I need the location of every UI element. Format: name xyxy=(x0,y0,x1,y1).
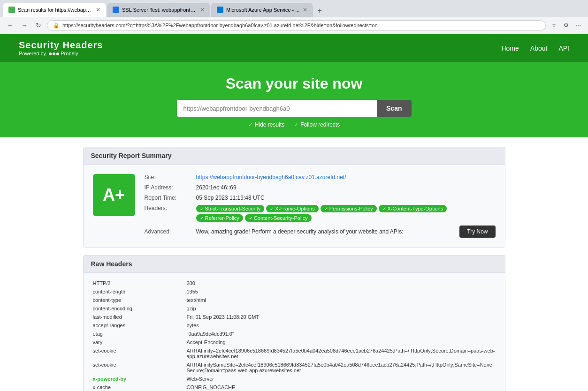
headers-row: Headers: ✓ Strict-Transport-Security✓ X-… xyxy=(145,205,496,222)
summary-info: Site: https://webappfrontdoor-byendbagh6… xyxy=(145,174,496,238)
tab-title-2: SSL Server Test: webappfrontdo... xyxy=(122,7,197,13)
raw-header-row: accept-rangesbytes xyxy=(93,323,496,328)
logo-area: Security Headers Powered by Probely xyxy=(19,40,103,56)
hero-section: Scan your site now Scan ✓ Hide results ✓… xyxy=(0,62,588,137)
raw-header-key: x-powered-by xyxy=(93,376,187,382)
browser-action-buttons: ☆ ⚙ ⋯ xyxy=(549,20,583,30)
scan-button[interactable]: Scan xyxy=(377,100,411,117)
tab-close-3[interactable]: ✕ xyxy=(303,7,307,13)
header-badge: ✓ Content-Security-Policy xyxy=(245,214,312,222)
tab-favicon-2 xyxy=(113,7,119,13)
raw-header-key: etag xyxy=(93,331,187,337)
raw-header-key: vary xyxy=(93,339,187,345)
raw-header-value: bytes xyxy=(187,323,496,328)
report-time-value: 05 Sep 2023 11:19:48 UTC xyxy=(196,195,496,201)
advanced-label: Advanced: xyxy=(145,228,196,235)
hide-results-option[interactable]: ✓ Hide results xyxy=(248,121,284,128)
powered-by-text: Powered by xyxy=(19,51,46,56)
reload-button[interactable]: ↻ xyxy=(33,20,44,31)
summary-body: A+ Site: https://webappfrontdoor-byendba… xyxy=(84,165,505,247)
raw-header-key: last-modified xyxy=(93,314,187,320)
raw-header-row: set-cookieARRAffinitySameSite=2efc4cef18… xyxy=(93,362,496,373)
scan-input[interactable] xyxy=(177,100,377,117)
raw-header-value: "0aa9a9dc4dcd91:0" xyxy=(187,331,496,337)
tab-close-1[interactable]: ✕ xyxy=(96,7,100,13)
raw-header-key: set-cookie xyxy=(93,362,187,373)
logo-sub: Powered by Probely xyxy=(19,51,78,56)
raw-header-value: ARRAffinity=2efc4cef18906c518669fd834527… xyxy=(187,348,496,359)
menu-icon[interactable]: ⋯ xyxy=(573,20,583,30)
main-nav: Home About API xyxy=(501,45,569,52)
header-badge: ✓ X-Frame-Options xyxy=(266,205,318,212)
site-row: Site: https://webappfrontdoor-byendbagh6… xyxy=(145,174,496,180)
ip-value: 2620:1ec:46::69 xyxy=(196,184,496,191)
page-content: Security Headers Powered by Probely Home… xyxy=(0,34,588,391)
raw-header-row: content-length1355 xyxy=(93,289,496,294)
logo-title: Security Headers xyxy=(19,40,103,51)
main-content: Security Report Summary A+ Site: https:/… xyxy=(74,137,515,391)
back-button[interactable]: ← xyxy=(5,20,16,31)
security-report-header: Security Report Summary xyxy=(84,147,505,165)
extensions-icon[interactable]: ⚙ xyxy=(561,20,571,30)
report-time-label: Report Time: xyxy=(145,195,196,201)
address-text: https://securityheaders.com/?q=https%3A%… xyxy=(62,23,540,28)
raw-header-row: last-modifiedFri, 01 Sep 2023 11:08:20 G… xyxy=(93,314,496,320)
tab-favicon-1 xyxy=(8,7,15,13)
browser-chrome: Scan results for https://webapp... ✕ SSL… xyxy=(0,0,588,34)
forward-button[interactable]: → xyxy=(19,20,30,31)
probely-dots xyxy=(49,53,59,55)
raw-header-row: x-cacheCONFIG_NOCACHE xyxy=(93,384,496,390)
site-url-link[interactable]: https://webappfrontdoor-byendbagh6a0fcav… xyxy=(196,174,346,180)
nav-api[interactable]: API xyxy=(558,45,569,52)
follow-redirects-label: Follow redirects xyxy=(300,121,340,128)
raw-header-value: Fri, 01 Sep 2023 11:08:20 GMT xyxy=(187,314,496,320)
follow-redirects-check: ✓ xyxy=(294,121,298,128)
raw-header-value: ARRAffinitySameSite=2efc4cef18906c518669… xyxy=(187,362,496,373)
probely-logo: Probely xyxy=(49,51,78,56)
hero-title: Scan your site now xyxy=(19,75,569,92)
browser-tab-2[interactable]: SSL Server Test: webappfrontdo... ✕ xyxy=(107,3,210,17)
browser-tab-3[interactable]: Microsoft Azure App Service - ... ✕ xyxy=(211,3,313,17)
report-time-row: Report Time: 05 Sep 2023 11:19:48 UTC xyxy=(145,195,496,201)
raw-headers-body: HTTP/2200content-length1355content-typet… xyxy=(84,273,505,391)
browser-navigation: ← → ↻ 🔒 https://securityheaders.com/?q=h… xyxy=(0,17,588,34)
grade-box: A+ xyxy=(93,174,135,216)
browser-tab-1[interactable]: Scan results for https://webapp... ✕ xyxy=(3,3,106,17)
try-now-button[interactable]: Try Now xyxy=(459,226,495,238)
raw-header-key: content-length xyxy=(93,289,187,294)
nav-about[interactable]: About xyxy=(530,45,548,52)
ip-label: IP Address: xyxy=(145,184,196,191)
lock-icon: 🔒 xyxy=(53,23,60,29)
headers-label: Headers: xyxy=(145,205,196,222)
raw-header-value: gzip xyxy=(187,306,496,311)
raw-header-row: x-powered-byWeb-Server xyxy=(93,376,496,382)
star-icon[interactable]: ☆ xyxy=(549,20,559,30)
nav-home[interactable]: Home xyxy=(501,45,519,52)
scan-options: ✓ Hide results ✓ Follow redirects xyxy=(19,121,569,128)
raw-header-value: Accept-Encoding xyxy=(187,339,496,345)
raw-header-row: varyAccept-Encoding xyxy=(93,339,496,345)
new-tab-button[interactable]: + xyxy=(314,5,326,17)
header-badge: ✓ Referrer-Policy xyxy=(196,214,243,222)
address-bar[interactable]: 🔒 https://securityheaders.com/?q=https%3… xyxy=(47,20,546,31)
raw-header-row: HTTP/2200 xyxy=(93,280,496,286)
header-badge: ✓ X-Content-Type-Options xyxy=(379,205,447,212)
follow-redirects-option[interactable]: ✓ Follow redirects xyxy=(294,121,340,128)
header-badge: ✓ Strict-Transport-Security xyxy=(196,205,265,212)
raw-header-value: CONFIG_NOCACHE xyxy=(187,384,496,390)
hide-results-check: ✓ xyxy=(248,121,253,128)
site-label: Site: xyxy=(145,174,196,180)
scan-bar: Scan xyxy=(177,100,412,117)
raw-header-key: set-cookie xyxy=(93,348,187,359)
tab-close-2[interactable]: ✕ xyxy=(200,7,205,13)
headers-badges: ✓ Strict-Transport-Security✓ X-Frame-Opt… xyxy=(196,205,496,222)
hide-results-label: Hide results xyxy=(255,121,284,128)
raw-header-key: accept-ranges xyxy=(93,323,187,328)
raw-header-key: HTTP/2 xyxy=(93,280,187,286)
tab-title-1: Scan results for https://webapp... xyxy=(18,7,93,13)
raw-header-value: Web-Server xyxy=(187,376,496,382)
raw-header-row: set-cookieARRAffinity=2efc4cef18906c5186… xyxy=(93,348,496,359)
raw-header-row: content-typetext/html xyxy=(93,297,496,303)
raw-header-value: text/html xyxy=(187,297,496,303)
raw-header-value: 200 xyxy=(187,280,496,286)
